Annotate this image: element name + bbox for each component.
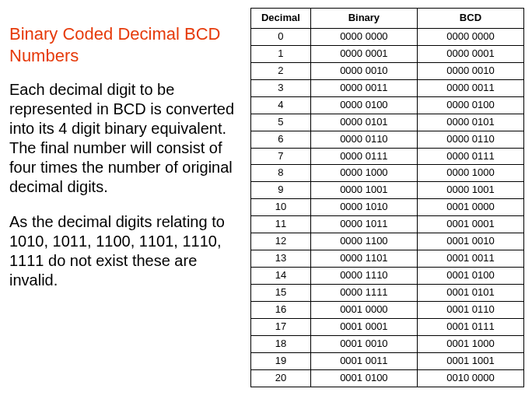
cell-decimal: 0 <box>251 28 311 45</box>
table-row: 170001 00010001 0111 <box>251 318 524 335</box>
cell-binary: 0001 0011 <box>310 352 417 369</box>
cell-decimal: 1 <box>251 45 311 62</box>
header-binary: Binary <box>310 9 417 29</box>
cell-decimal: 8 <box>251 165 311 182</box>
table-row: 40000 01000000 0100 <box>251 96 524 114</box>
table-row: 80000 10000000 1000 <box>251 165 524 182</box>
page-title: Binary Coded Decimal BCD Numbers <box>9 23 236 66</box>
paragraph-2: As the decimal digits relating to 1010, … <box>9 212 236 290</box>
cell-decimal: 5 <box>251 114 311 131</box>
cell-binary: 0000 1101 <box>310 250 417 268</box>
cell-binary: 0001 0010 <box>310 335 417 352</box>
cell-bcd: 0000 1000 <box>417 165 523 182</box>
table-row: 190001 00110001 1001 <box>251 352 524 369</box>
table-row: 180001 00100001 1000 <box>251 335 524 352</box>
table-row: 110000 10110001 0001 <box>251 216 524 233</box>
cell-bcd: 0000 0110 <box>417 131 523 148</box>
cell-binary: 0001 0000 <box>310 301 417 318</box>
text-column: Binary Coded Decimal BCD Numbers Each de… <box>9 6 250 393</box>
header-bcd: BCD <box>417 9 523 29</box>
page: Binary Coded Decimal BCD Numbers Each de… <box>0 0 532 399</box>
cell-bcd: 0001 1001 <box>417 352 523 369</box>
cell-binary: 0000 0111 <box>310 148 417 165</box>
cell-binary: 0000 0011 <box>310 79 417 96</box>
cell-bcd: 0000 0111 <box>417 148 523 165</box>
cell-binary: 0000 1010 <box>310 199 417 216</box>
table-row: 140000 11100001 0100 <box>251 268 524 285</box>
header-decimal: Decimal <box>251 9 311 29</box>
cell-bcd: 0001 0101 <box>417 285 523 302</box>
cell-bcd: 0000 0000 <box>417 28 523 45</box>
cell-decimal: 16 <box>251 301 311 318</box>
cell-binary: 0000 0110 <box>310 131 417 148</box>
table-row: 30000 00110000 0011 <box>251 79 524 96</box>
cell-bcd: 0001 0000 <box>417 199 523 216</box>
cell-decimal: 17 <box>251 318 311 335</box>
cell-bcd: 0001 0110 <box>417 301 523 318</box>
cell-decimal: 2 <box>251 62 311 79</box>
table-row: 120000 11000001 0010 <box>251 233 524 250</box>
cell-decimal: 14 <box>251 268 311 285</box>
table-row: 100000 10100001 0000 <box>251 199 524 216</box>
table-row: 90000 10010000 1001 <box>251 182 524 199</box>
table-row: 50000 01010000 0101 <box>251 114 524 131</box>
cell-decimal: 13 <box>251 250 311 268</box>
table-row: 00000 00000000 0000 <box>251 28 524 45</box>
cell-bcd: 0000 0010 <box>417 62 523 79</box>
cell-bcd: 0000 0101 <box>417 114 523 131</box>
table-row: 160001 00000001 0110 <box>251 301 524 318</box>
cell-decimal: 7 <box>251 148 311 165</box>
cell-decimal: 6 <box>251 131 311 148</box>
cell-bcd: 0001 0010 <box>417 233 523 250</box>
table-row: 150000 11110001 0101 <box>251 285 524 302</box>
table-row: 60000 01100000 0110 <box>251 131 524 148</box>
cell-bcd: 0001 0011 <box>417 250 523 268</box>
cell-binary: 0000 1111 <box>310 285 417 302</box>
table-row: 20000 00100000 0010 <box>251 62 524 79</box>
cell-bcd: 0000 0011 <box>417 79 523 96</box>
cell-decimal: 10 <box>251 199 311 216</box>
cell-bcd: 0010 0000 <box>417 369 523 387</box>
cell-bcd: 0000 0001 <box>417 45 523 62</box>
cell-bcd: 0000 0100 <box>417 96 523 114</box>
cell-decimal: 20 <box>251 369 311 387</box>
cell-bcd: 0001 0111 <box>417 318 523 335</box>
cell-binary: 0000 1110 <box>310 268 417 285</box>
table-row: 130000 11010001 0011 <box>251 250 524 268</box>
cell-decimal: 18 <box>251 335 311 352</box>
cell-binary: 0001 0001 <box>310 318 417 335</box>
cell-binary: 0000 0100 <box>310 96 417 114</box>
table-column: Decimal Binary BCD 00000 00000000 000010… <box>250 6 524 393</box>
cell-decimal: 9 <box>251 182 311 199</box>
cell-decimal: 19 <box>251 352 311 369</box>
cell-decimal: 3 <box>251 79 311 96</box>
table-row: 70000 01110000 0111 <box>251 148 524 165</box>
cell-bcd: 0000 1001 <box>417 182 523 199</box>
cell-bcd: 0001 0001 <box>417 216 523 233</box>
cell-binary: 0000 0010 <box>310 62 417 79</box>
cell-decimal: 12 <box>251 233 311 250</box>
cell-binary: 0000 0000 <box>310 28 417 45</box>
cell-binary: 0000 1000 <box>310 165 417 182</box>
table-header-row: Decimal Binary BCD <box>251 9 524 29</box>
cell-binary: 0000 1100 <box>310 233 417 250</box>
paragraph-1: Each decimal digit to be represented in … <box>9 80 236 197</box>
cell-binary: 0000 0101 <box>310 114 417 131</box>
cell-decimal: 4 <box>251 96 311 114</box>
cell-decimal: 11 <box>251 216 311 233</box>
cell-bcd: 0001 1000 <box>417 335 523 352</box>
cell-binary: 0001 0100 <box>310 369 417 387</box>
cell-decimal: 15 <box>251 285 311 302</box>
table-row: 200001 01000010 0000 <box>251 369 524 387</box>
cell-binary: 0000 1001 <box>310 182 417 199</box>
cell-binary: 0000 1011 <box>310 216 417 233</box>
cell-binary: 0000 0001 <box>310 45 417 62</box>
table-row: 10000 00010000 0001 <box>251 45 524 62</box>
cell-bcd: 0001 0100 <box>417 268 523 285</box>
bcd-table: Decimal Binary BCD 00000 00000000 000010… <box>250 8 524 387</box>
